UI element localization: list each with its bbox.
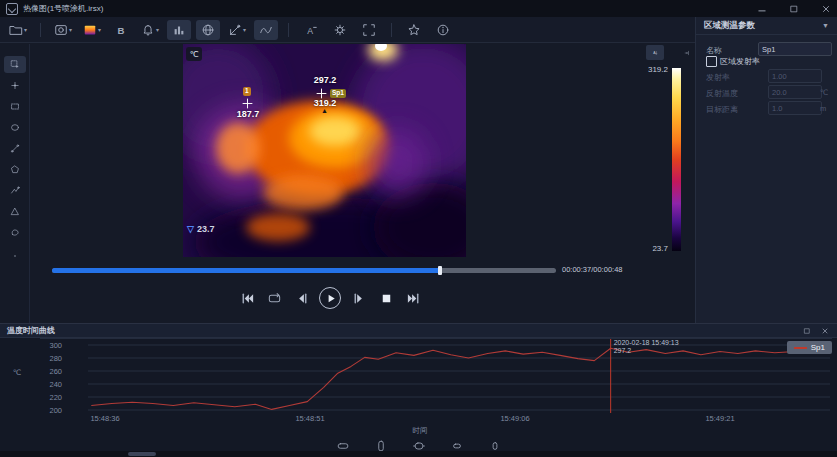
dot-icon — [10, 247, 20, 260]
svg-text:200: 200 — [49, 406, 62, 415]
spot2-crosshair-icon[interactable] — [242, 98, 253, 109]
horizontal-scrollbar[interactable] — [0, 451, 837, 457]
spot2-label: 1 — [243, 87, 251, 96]
rect-icon — [10, 100, 20, 113]
skip-end-icon — [406, 291, 421, 306]
titlebar: 热像图(1号喷涂机.irsx) — [0, 0, 837, 17]
toolbar-separator — [391, 23, 392, 37]
scale-buttons: A — [646, 45, 696, 60]
svg-text:15:49:21: 15:49:21 — [705, 414, 734, 423]
measure-button[interactable]: ▾ — [225, 20, 249, 40]
histogram-button[interactable] — [167, 20, 191, 40]
chart-title: 温度时间曲线 — [7, 325, 55, 336]
seek-bar[interactable] — [52, 268, 556, 273]
loop-icon — [267, 291, 282, 306]
svg-text:220: 220 — [49, 393, 62, 402]
temperature-chart[interactable]: 300280260240220200℃15:48:3615:48:5115:49… — [0, 337, 837, 437]
dropdown-caret-icon: ▾ — [243, 27, 246, 33]
step-back-button[interactable] — [292, 289, 310, 307]
seek-handle[interactable] — [438, 266, 442, 275]
about-button[interactable] — [431, 20, 455, 40]
scrollbar-thumb[interactable] — [128, 452, 156, 456]
area-emissivity-label: 区域发射率 — [720, 56, 760, 67]
skip-start-button[interactable] — [238, 289, 256, 307]
window-controls — [757, 0, 833, 17]
globe-icon — [201, 23, 215, 37]
step-forward-button[interactable] — [350, 289, 368, 307]
freehand-icon — [10, 226, 20, 239]
text-annotation-button[interactable]: A — [299, 20, 323, 40]
unit-badge: ℃ — [186, 47, 202, 61]
open-file-button[interactable]: ▾ — [6, 20, 30, 40]
palette-button[interactable]: ▾ — [80, 20, 104, 40]
chart-legend[interactable]: Sp1 — [787, 341, 832, 354]
chart-restore-button[interactable] — [803, 326, 812, 335]
step-back-icon — [294, 291, 309, 306]
name-input[interactable]: Sp1 — [758, 42, 832, 56]
more-tool-button[interactable] — [4, 245, 26, 262]
chart-close-button[interactable] — [821, 326, 830, 335]
curve-icon — [259, 23, 273, 37]
fullscreen-button[interactable] — [357, 20, 381, 40]
ellipse-icon — [10, 121, 20, 134]
svg-text:297.2: 297.2 — [614, 347, 632, 354]
svg-text:15:48:51: 15:48:51 — [295, 414, 324, 423]
panel-collapse-icon[interactable]: ▼ — [822, 22, 829, 29]
ruler-icon — [228, 23, 242, 37]
delta-tool-button[interactable] — [4, 203, 26, 220]
area-emissivity-checkbox[interactable] — [706, 56, 717, 67]
favorite-button[interactable] — [402, 20, 426, 40]
ellipse-tool-button[interactable] — [4, 119, 26, 136]
report-icon: B — [114, 23, 128, 37]
reflected-temp-label: 反射温度 — [706, 88, 738, 99]
freehand-tool-button[interactable] — [4, 224, 26, 241]
reflected-temp-unit: ℃ — [820, 88, 828, 97]
coldspot-triangle-icon: ▽ — [187, 224, 194, 234]
rect-tool-button[interactable] — [4, 98, 26, 115]
stop-icon — [379, 291, 394, 306]
info-icon — [436, 23, 450, 37]
settings-button[interactable] — [328, 20, 352, 40]
panel-header[interactable]: 区域测温参数 ▼ — [696, 17, 837, 35]
spot1-label: Sp1 — [330, 89, 346, 98]
minimize-icon — [757, 4, 767, 14]
play-button[interactable] — [319, 287, 341, 309]
image-icon — [54, 23, 68, 37]
alarm-button[interactable]: ▾ — [138, 20, 162, 40]
dropdown-caret-icon: ▾ — [24, 27, 27, 33]
toolbar-separator — [288, 23, 289, 37]
isotherm-button[interactable] — [196, 20, 220, 40]
line-tool-button[interactable] — [4, 140, 26, 157]
temperature-curve-button[interactable] — [254, 20, 278, 40]
minimize-button[interactable] — [757, 3, 769, 15]
polyline-tool-button[interactable] — [4, 182, 26, 199]
tool-sidebar — [0, 44, 30, 323]
spot-tool-button[interactable] — [4, 77, 26, 94]
restore-icon — [803, 327, 811, 335]
capture-button[interactable]: ▾ — [51, 20, 75, 40]
skip-start-icon — [240, 291, 255, 306]
thermal-image[interactable]: ℃ 297.2 Sp1 319.2 ▲ 1 187.7 ▽ 23.7 — [183, 44, 466, 257]
panel-title: 区域测温参数 — [704, 20, 755, 32]
collapse-scale-button[interactable] — [678, 45, 696, 60]
toolbar-separator — [40, 23, 41, 37]
bell-icon — [141, 23, 155, 37]
play-icon — [323, 291, 338, 306]
svg-text:A: A — [307, 25, 313, 35]
svg-text:2020-02-18 15:49:13: 2020-02-18 15:49:13 — [614, 339, 679, 346]
maximize-button[interactable] — [789, 3, 801, 15]
maximize-icon — [789, 4, 799, 14]
zoom-y-icon — [374, 440, 388, 452]
select-tool-button[interactable] — [4, 56, 26, 73]
loop-button[interactable] — [265, 289, 283, 307]
polygon-tool-button[interactable] — [4, 161, 26, 178]
stop-button[interactable] — [377, 289, 395, 307]
polyline-icon — [10, 184, 20, 197]
scale-max: 319.2 — [630, 65, 668, 74]
report-button[interactable]: B — [109, 20, 133, 40]
auto-scale-button[interactable]: A — [646, 45, 664, 60]
skip-end-button[interactable] — [404, 289, 422, 307]
palette-icon — [83, 23, 97, 37]
window-title: 热像图(1号喷涂机.irsx) — [23, 3, 103, 14]
close-button[interactable] — [821, 3, 833, 15]
